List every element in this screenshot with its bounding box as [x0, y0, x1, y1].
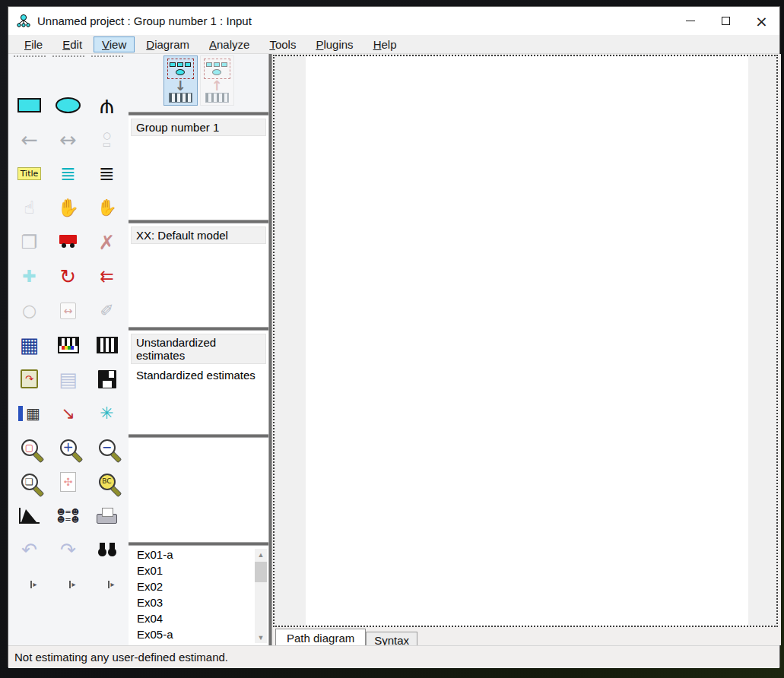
files-scrollbar[interactable]: ▲ ▼	[255, 549, 267, 643]
example-file-item[interactable]: Ex03	[129, 594, 268, 610]
menu-analyze[interactable]: Analyze	[201, 36, 258, 52]
undo-button: ↶	[11, 534, 48, 566]
maximize-button[interactable]	[708, 7, 744, 35]
panel-splitter[interactable]	[129, 327, 268, 331]
scrollbar-thumb[interactable]	[255, 562, 267, 582]
toolbar-drag-handle[interactable]	[91, 55, 123, 59]
reflect-indicators-button[interactable]: ⇇	[89, 261, 125, 293]
save-diagram-button[interactable]	[89, 363, 125, 395]
toolbar-drag-handle[interactable]	[52, 55, 84, 59]
draw-unobserved-variable-button[interactable]	[50, 90, 87, 122]
resize-diagram-button[interactable]: ✣	[50, 466, 87, 498]
status-bar: Not estimating any user-defined estimand…	[8, 645, 779, 668]
menu-help[interactable]: Help	[365, 36, 405, 52]
example-file-item[interactable]: Ex04	[129, 610, 268, 626]
panel-splitter[interactable]	[129, 112, 268, 116]
redo-button: ↷	[50, 534, 87, 566]
zoom-whole-page-button[interactable]: ❏	[11, 466, 48, 498]
view-input-path-diagram-button[interactable]: ↓	[163, 55, 198, 106]
menu-plugins[interactable]: Plugins	[307, 36, 361, 52]
zoom-select-area-button[interactable]: ▢	[11, 432, 48, 464]
models-panel: XX: Default model	[129, 224, 268, 327]
down-arrow-icon: ↓	[174, 79, 186, 93]
group-list-item[interactable]: Group number 1	[131, 119, 266, 136]
list-variables-in-dataset-button[interactable]: ≣	[89, 158, 125, 190]
select-data-files-button[interactable]: ▦	[11, 329, 48, 361]
move-parameter-values-button: ○	[11, 295, 48, 327]
toolbar-overflow-button[interactable]: ▸	[11, 577, 48, 592]
title-bar: Unnamed project : Group number 1 : Input…	[8, 7, 779, 35]
menu-diagram[interactable]: Diagram	[138, 36, 198, 52]
move-objects-button[interactable]	[50, 227, 87, 258]
example-file-item[interactable]: Ex01	[129, 562, 268, 578]
bayesian-estimation-button[interactable]	[11, 500, 48, 532]
toolbar-drag-handle[interactable]	[14, 55, 46, 59]
panel-splitter[interactable]	[129, 434, 268, 438]
keyboard-icon	[205, 93, 229, 103]
toolbar-overflow-button[interactable]: ▸	[50, 577, 87, 592]
object-properties-button[interactable]: ▦	[11, 398, 48, 429]
draw-covariance-button: ↔	[50, 124, 87, 156]
scroll-up-icon[interactable]: ▲	[255, 549, 267, 560]
calculate-estimates-button[interactable]	[89, 329, 125, 361]
path-diagram-canvas[interactable]	[273, 55, 778, 627]
output-path-diagram-icon	[204, 59, 230, 79]
specification-search-button[interactable]	[89, 534, 125, 566]
print-path-diagram-button[interactable]	[89, 500, 125, 532]
estimate-format-item[interactable]: Unstandardized estimates	[131, 334, 266, 364]
figure-caption-button[interactable]: Title	[11, 158, 48, 190]
touch-up-variable-button: ✐	[89, 295, 125, 327]
example-file-item[interactable]: Ex01-a	[129, 547, 268, 562]
draw-path-button: ←	[11, 124, 48, 156]
menu-bar: FileEditViewDiagramAnalyzeToolsPluginsHe…	[8, 35, 779, 54]
view-text-output-button[interactable]: ▤	[50, 363, 87, 395]
page-margin-right	[748, 56, 776, 626]
model-list-item[interactable]: XX: Default model	[131, 227, 266, 244]
rotate-indicators-button[interactable]: ↻	[50, 261, 87, 293]
page-margin-left	[275, 56, 306, 626]
estimate-format-item[interactable]: Standardized estimates	[131, 366, 266, 384]
input-path-diagram-icon	[167, 59, 194, 79]
menu-view[interactable]: View	[94, 36, 135, 52]
zoom-out-button[interactable]: −	[89, 432, 125, 464]
minimize-button[interactable]	[672, 7, 708, 35]
example-file-item[interactable]: Ex05-a	[129, 626, 268, 642]
example-file-item[interactable]: Ex02	[129, 578, 268, 594]
keyboard-icon	[169, 93, 192, 103]
menu-file[interactable]: File	[16, 36, 51, 52]
toolbar-overflow-button[interactable]: ▸	[89, 577, 125, 592]
drag-properties-button[interactable]: ↘	[50, 398, 87, 429]
close-icon: ×	[755, 14, 768, 29]
estimates-panel: Unstandardized estimatesStandardized est…	[129, 331, 268, 434]
view-output-path-diagram-button: ↑	[200, 55, 234, 106]
draw-indicator-variable-button[interactable]: Ψ	[89, 90, 125, 122]
maximize-icon	[722, 17, 730, 25]
reposition-diagram-button: ✚	[11, 261, 48, 293]
multiple-group-analysis-button[interactable]: ☻=☻☻=☻	[50, 500, 87, 532]
select-all-objects-button: ✋	[50, 192, 87, 224]
deselect-all-objects-button: ✋	[89, 192, 125, 224]
copy-to-clipboard-button[interactable]: ↷	[11, 363, 48, 395]
analysis-properties-button[interactable]	[50, 329, 87, 361]
menu-tools[interactable]: Tools	[261, 36, 304, 52]
preserve-symmetries-button[interactable]: ✳	[89, 398, 125, 429]
scroll-down-icon[interactable]: ▼	[255, 632, 267, 643]
duplicate-objects-button: ❐	[11, 227, 48, 258]
toolbar-grid: Ψ←↔○▭Title≣≣☝✋✋❐✗✚↻⇇○↔✐▦↷▤▦↘✳▢+−❏✣BC☻=☻☻…	[10, 54, 128, 601]
panel-splitter[interactable]	[129, 220, 268, 223]
zoom-in-button[interactable]: +	[50, 432, 87, 464]
list-variables-in-model-button[interactable]: ≣	[50, 158, 87, 190]
app-icon	[16, 14, 31, 29]
scroll-diagram-button: ↔	[50, 295, 87, 327]
window-controls: ×	[672, 7, 779, 35]
parameter-formats-panel	[129, 439, 268, 542]
window-title: Unnamed project : Group number 1 : Input	[37, 14, 252, 27]
examine-with-loupe-button[interactable]: BC	[89, 466, 125, 498]
up-arrow-icon: ↑	[211, 79, 222, 93]
side-panel: ↓ ↑ Group number 1 XX: Default model Uns…	[129, 54, 268, 645]
menu-edit[interactable]: Edit	[54, 36, 90, 52]
panel-splitter[interactable]	[129, 542, 268, 546]
draw-observed-variable-button[interactable]	[11, 90, 48, 122]
amos-window: Unnamed project : Group number 1 : Input…	[8, 6, 780, 667]
close-button[interactable]: ×	[744, 7, 779, 35]
